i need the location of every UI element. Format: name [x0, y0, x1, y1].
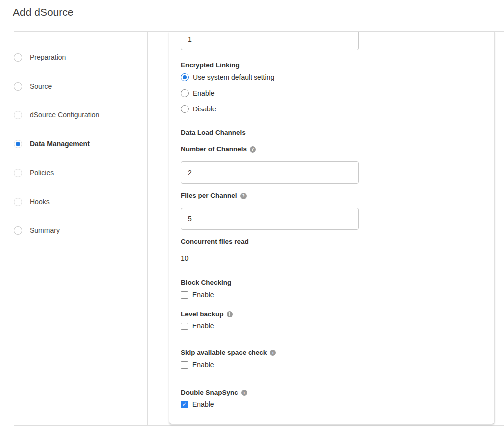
top-number-input[interactable] — [181, 32, 359, 50]
checkbox-label: Enable — [192, 400, 214, 408]
block-checking-enable-row: ✓ Enable — [181, 290, 494, 300]
encrypted-linking-disable-radio[interactable] — [181, 105, 189, 113]
help-icon[interactable]: ? — [240, 193, 247, 199]
double-snapsync-checkbox[interactable]: ✓ — [181, 401, 188, 408]
double-snapsync-label: Double SnapSync — [181, 389, 238, 397]
encrypted-linking-label: Encrypted Linking — [181, 61, 240, 69]
step-data-management[interactable]: Data Management — [0, 129, 147, 158]
checkbox-label: Enable — [192, 291, 214, 299]
add-dsource-wizard: Add dSource Preparation Source dSource C… — [0, 0, 504, 432]
number-of-channels-label: Number of Channels — [181, 145, 247, 153]
step-circle-icon — [14, 198, 22, 206]
step-circle-active-icon — [14, 140, 22, 148]
step-circle-icon — [14, 169, 22, 177]
wizard-stepper-sidebar: Preparation Source dSource Configuration… — [0, 32, 148, 425]
step-label: Preparation — [30, 53, 66, 61]
skip-available-space-check-label: Skip available space check — [181, 349, 267, 357]
step-summary[interactable]: Summary — [0, 216, 147, 245]
help-icon[interactable]: ? — [250, 146, 256, 153]
step-circle-icon — [14, 53, 22, 62]
data-load-channels-section-label: Data Load Channels — [181, 129, 246, 137]
checkbox-label: Enable — [192, 361, 214, 369]
level-backup-label: Level backup — [181, 310, 224, 318]
step-label: Data Management — [30, 140, 90, 148]
step-label: dSource Configuration — [30, 111, 99, 119]
concurrent-files-read-label: Concurrent files read — [181, 238, 249, 246]
radio-row-enable: Enable — [181, 88, 494, 98]
block-checking-label: Block Checking — [181, 279, 231, 287]
level-backup-enable-row: ✓ Enable — [181, 321, 494, 331]
radio-label: Enable — [193, 89, 215, 97]
radio-label: Use system default setting — [193, 73, 274, 81]
files-per-channel-input[interactable] — [181, 208, 359, 230]
step-hooks[interactable]: Hooks — [0, 187, 147, 216]
block-checking-checkbox[interactable]: ✓ — [181, 291, 188, 299]
step-policies[interactable]: Policies — [0, 158, 147, 187]
body-bottom-divider — [14, 425, 504, 426]
radio-label: Disable — [193, 105, 216, 113]
skip-available-space-check-enable-row: ✓ Enable — [181, 360, 494, 370]
step-label: Policies — [30, 169, 54, 177]
step-circle-icon — [14, 82, 22, 91]
step-label: Hooks — [30, 198, 50, 206]
skip-available-space-check-checkbox[interactable]: ✓ — [181, 361, 188, 369]
step-label: Summary — [30, 226, 60, 234]
number-of-channels-input[interactable] — [181, 161, 359, 184]
info-icon[interactable]: i — [227, 311, 233, 317]
info-icon[interactable]: i — [241, 390, 247, 396]
checkbox-label: Enable — [192, 322, 214, 330]
files-per-channel-label: Files per Channel — [181, 192, 237, 200]
use-system-default-radio[interactable] — [181, 73, 189, 81]
double-snapsync-enable-row: ✓ Enable — [181, 399, 494, 409]
step-preparation[interactable]: Preparation — [0, 43, 147, 72]
radio-row-use-system-default: Use system default setting — [181, 72, 494, 82]
step-label: Source — [30, 82, 52, 90]
data-management-form-panel: Encrypted Linking Use system default set… — [169, 32, 495, 424]
stepper: Preparation Source dSource Configuration… — [0, 32, 147, 245]
concurrent-files-read-value: 10 — [181, 254, 494, 262]
page-title: Add dSource — [13, 6, 73, 18]
info-icon[interactable]: i — [270, 350, 276, 356]
level-backup-checkbox[interactable]: ✓ — [181, 323, 188, 330]
step-source[interactable]: Source — [0, 72, 147, 101]
step-circle-icon — [14, 111, 22, 119]
step-circle-icon — [14, 226, 22, 235]
step-dsource-configuration[interactable]: dSource Configuration — [0, 101, 147, 129]
encrypted-linking-enable-radio[interactable] — [181, 89, 189, 97]
radio-row-disable: Disable — [181, 104, 494, 114]
